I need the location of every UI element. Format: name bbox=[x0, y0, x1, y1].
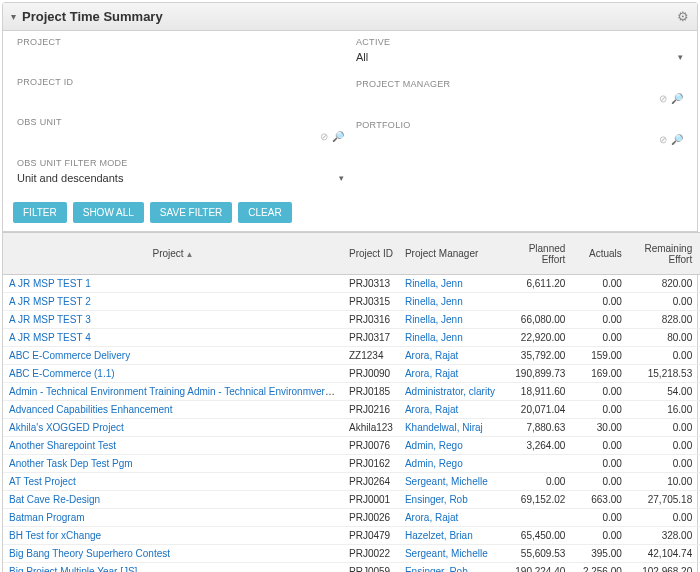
cell-planned bbox=[501, 509, 571, 527]
panel-header: ▾ Project Time Summary ⚙ bbox=[3, 3, 697, 31]
filter-area: PROJECTPROJECT IDOBS UNIT⊘🔎OBS UNIT FILT… bbox=[3, 31, 697, 198]
collapse-icon[interactable]: ▾ bbox=[11, 11, 16, 22]
manager-link[interactable]: Rinella, Jenn bbox=[405, 296, 463, 307]
table-row: A JR MSP TEST 2PRJ0315Rinella, Jenn0.000… bbox=[3, 293, 700, 311]
project-link[interactable]: ABC E-Commerce (1.1) bbox=[9, 368, 115, 379]
col-project-id[interactable]: Project ID bbox=[343, 233, 399, 275]
save-filter-button[interactable]: SAVE FILTER bbox=[150, 202, 232, 223]
show-all-button[interactable]: SHOW ALL bbox=[73, 202, 144, 223]
lookup-icon[interactable]: 🔎 bbox=[671, 134, 683, 145]
project-link[interactable]: Big Project Multiple Year [JS] bbox=[9, 566, 137, 572]
manager-link[interactable]: Sergeant, Michelle bbox=[405, 476, 488, 487]
project-link[interactable]: A JR MSP TEST 3 bbox=[9, 314, 91, 325]
project-link[interactable]: Another Task Dep Test Pgm bbox=[9, 458, 133, 469]
filter-item: PROJECT bbox=[17, 35, 344, 67]
filter-value[interactable]: ⊘🔎 bbox=[356, 91, 683, 110]
cell-actuals: 0.00 bbox=[571, 275, 628, 293]
cell-remaining: 0.00 bbox=[628, 455, 698, 473]
filter-value[interactable] bbox=[17, 89, 344, 107]
project-link[interactable]: Admin - Technical Environment Training A… bbox=[9, 386, 343, 397]
col-project-manager[interactable]: Project Manager bbox=[399, 233, 501, 275]
project-link[interactable]: Batman Program bbox=[9, 512, 85, 523]
project-link[interactable]: Big Bang Theory Superhero Contest bbox=[9, 548, 170, 559]
cell-remaining: 16.00 bbox=[628, 401, 698, 419]
clear-button[interactable]: CLEAR bbox=[238, 202, 291, 223]
cell-project-id: Akhila123 bbox=[343, 419, 399, 437]
manager-link[interactable]: Admin, Rego bbox=[405, 440, 463, 451]
chevron-down-icon[interactable]: ▾ bbox=[678, 52, 683, 62]
manager-link[interactable]: Admin, Rego bbox=[405, 458, 463, 469]
cell-project-id: PRJ0185 bbox=[343, 383, 399, 401]
filter-value[interactable]: ⊘🔎 bbox=[356, 132, 683, 151]
clear-icon[interactable]: ⊘ bbox=[320, 131, 328, 142]
filter-value[interactable] bbox=[17, 49, 344, 67]
project-link[interactable]: A JR MSP TEST 4 bbox=[9, 332, 91, 343]
cell-actuals: 663.00 bbox=[571, 491, 628, 509]
chevron-down-icon[interactable]: ▾ bbox=[339, 173, 344, 183]
manager-link[interactable]: Ensinger, Rob bbox=[405, 494, 468, 505]
cell-planned: 22,920.00 bbox=[501, 329, 571, 347]
manager-link[interactable]: Arora, Rajat bbox=[405, 404, 458, 415]
filter-value[interactable]: All▾ bbox=[356, 49, 683, 69]
project-link[interactable]: A JR MSP TEST 2 bbox=[9, 296, 91, 307]
project-link[interactable]: Advanced Capabilities Enhancement bbox=[9, 404, 172, 415]
project-link[interactable]: Bat Cave Re-Design bbox=[9, 494, 100, 505]
table-row: ABC E-Commerce DeliveryZZ1234Arora, Raja… bbox=[3, 347, 700, 365]
manager-link[interactable]: Ensinger, Rob bbox=[405, 566, 468, 572]
cell-project-id: ZZ1234 bbox=[343, 347, 399, 365]
panel: ▾ Project Time Summary ⚙ PROJECTPROJECT … bbox=[2, 2, 698, 572]
manager-link[interactable]: Hazelzet, Brian bbox=[405, 530, 473, 541]
manager-link[interactable]: Arora, Rajat bbox=[405, 512, 458, 523]
cell-actuals: 0.00 bbox=[571, 473, 628, 491]
cell-project-id: PRJ0059 bbox=[343, 563, 399, 573]
cell-planned: 18,911.60 bbox=[501, 383, 571, 401]
cell-remaining: 80.00 bbox=[628, 329, 698, 347]
manager-link[interactable]: Arora, Rajat bbox=[405, 368, 458, 379]
filter-text: All bbox=[356, 51, 368, 63]
filter-label: OBS UNIT bbox=[17, 115, 344, 129]
project-link[interactable]: ABC E-Commerce Delivery bbox=[9, 350, 130, 361]
cell-planned: 190,224.40 bbox=[501, 563, 571, 573]
cell-actuals: 30.00 bbox=[571, 419, 628, 437]
filter-value[interactable]: ⊘🔎 bbox=[17, 129, 344, 148]
cell-actuals: 0.00 bbox=[571, 455, 628, 473]
clear-icon[interactable]: ⊘ bbox=[659, 134, 667, 145]
cell-actuals: 2,256.00 bbox=[571, 563, 628, 573]
col-planned-effort[interactable]: Planned Effort bbox=[501, 233, 571, 275]
cell-remaining: 15,218.53 bbox=[628, 365, 698, 383]
project-link[interactable]: BH Test for xChange bbox=[9, 530, 101, 541]
project-link[interactable]: A JR MSP TEST 1 bbox=[9, 278, 91, 289]
cell-project-id: PRJ0316 bbox=[343, 311, 399, 329]
filter-value[interactable]: Unit and descendants▾ bbox=[17, 170, 344, 190]
manager-link[interactable]: Arora, Rajat bbox=[405, 350, 458, 361]
table-row: Advanced Capabilities EnhancementPRJ0216… bbox=[3, 401, 700, 419]
manager-link[interactable]: Rinella, Jenn bbox=[405, 314, 463, 325]
lookup-icon[interactable]: 🔎 bbox=[332, 131, 344, 142]
table-row: Akhila's XOGGED ProjectAkhila123Khandelw… bbox=[3, 419, 700, 437]
manager-link[interactable]: Khandelwal, Niraj bbox=[405, 422, 483, 433]
manager-link[interactable]: Administrator, clarity bbox=[405, 386, 495, 397]
project-link[interactable]: Another Sharepoint Test bbox=[9, 440, 116, 451]
project-link[interactable]: Akhila's XOGGED Project bbox=[9, 422, 124, 433]
cell-project-id: PRJ0026 bbox=[343, 509, 399, 527]
col-actuals[interactable]: Actuals bbox=[571, 233, 628, 275]
lookup-icon[interactable]: 🔎 bbox=[671, 93, 683, 104]
cell-planned: 55,609.53 bbox=[501, 545, 571, 563]
manager-link[interactable]: Rinella, Jenn bbox=[405, 332, 463, 343]
cell-actuals: 159.00 bbox=[571, 347, 628, 365]
filter-button[interactable]: FILTER bbox=[13, 202, 67, 223]
gear-icon[interactable]: ⚙ bbox=[677, 9, 689, 24]
cell-actuals: 0.00 bbox=[571, 329, 628, 347]
project-link[interactable]: AT Test Project bbox=[9, 476, 76, 487]
cell-remaining: 328.00 bbox=[628, 527, 698, 545]
col-project[interactable]: Project▲ bbox=[3, 233, 343, 275]
manager-link[interactable]: Rinella, Jenn bbox=[405, 278, 463, 289]
clear-icon[interactable]: ⊘ bbox=[659, 93, 667, 104]
manager-link[interactable]: Sergeant, Michelle bbox=[405, 548, 488, 559]
table-row: AT Test ProjectPRJ0264Sergeant, Michelle… bbox=[3, 473, 700, 491]
table-row: Batman ProgramPRJ0026Arora, Rajat0.000.0… bbox=[3, 509, 700, 527]
cell-planned: 35,792.00 bbox=[501, 347, 571, 365]
cell-actuals: 0.00 bbox=[571, 437, 628, 455]
cell-planned: 65,450.00 bbox=[501, 527, 571, 545]
col-remaining-effort[interactable]: Remaining Effort bbox=[628, 233, 698, 275]
